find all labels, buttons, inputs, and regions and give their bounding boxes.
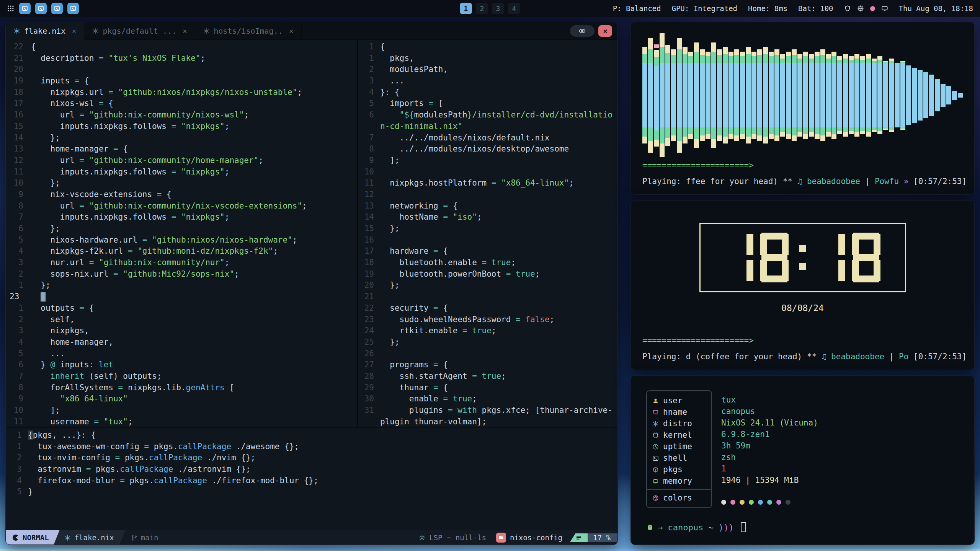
text-segment: astronvim [28,465,86,474]
text-segment: = [79,201,89,210]
fetch-value-shell: zsh [721,452,818,463]
uptime-icon [652,443,659,450]
dock-terminal-icon[interactable] [19,3,31,14]
line-number: 18 [6,87,31,98]
color-dot [749,500,754,505]
tab-flake-nix[interactable]: flake.nix × [6,22,84,40]
apps-grid-icon[interactable] [7,5,15,12]
text-segment: : [89,360,94,369]
text-segment: ; [258,156,263,165]
terminal-cursor[interactable] [741,522,746,532]
text-segment: url [31,201,79,210]
text-segment: inputs.nixpkgs.follows [31,212,172,222]
code-line: 22{ [6,41,357,53]
code-line: 6 "${modulesPath}/installer/cd-dvd/insta… [358,109,617,121]
line-number [358,416,380,427]
tab-close-icon[interactable]: × [72,26,76,36]
code-line: 7 inherit (self) outputs; [6,371,357,382]
dock-terminal-icon[interactable] [67,3,79,14]
tab-pkgs-default[interactable]: pkgs/default ... × [84,22,195,40]
line-number: 10 [6,405,31,416]
color-dot [767,500,772,505]
viz-column [774,49,779,141]
tab-hosts-isoimage[interactable]: hosts/isoImag.. × [195,22,302,40]
text-segment: } [380,88,385,97]
line-number: 23 [358,314,380,326]
text-segment: ; [492,326,497,335]
tab-close-icon[interactable]: × [183,26,187,36]
color-dot [786,500,791,505]
viz-column [889,59,894,132]
text-segment: = [433,360,443,369]
text-segment: { [453,201,458,210]
tray-icons [844,5,888,12]
fetch-value-pkgs: 1 [721,463,818,474]
line-number: 31 [358,405,380,416]
pane-pkgs-default-nix[interactable]: 1{pkgs, ...}: {1 tux-awesome-wm-config =… [6,427,617,530]
window-close-button[interactable]: × [598,25,612,37]
line-number: 5 [6,235,31,246]
tag-1[interactable]: 1 [460,3,472,14]
pane-iso-image-nix[interactable]: 1{1 pkgs,2 modulesPath,3 ...4}: {5 impor… [357,40,617,427]
line-number: 2 [6,269,31,280]
viz-column [929,75,934,116]
globe-icon[interactable] [857,5,864,12]
text-segment: callPackage [120,465,173,474]
code-line: 12 [358,189,617,201]
now-playing-text: Playing: ffee for your head) ** ♫ beabad… [642,177,967,186]
text-segment: { [443,360,448,369]
line-number: 19 [358,269,380,280]
text-segment: programs [380,360,433,369]
record-dot-icon[interactable] [870,6,875,11]
code-line: 2 modulesPath, [358,64,617,75]
fetch-label: shell [663,453,687,463]
dock-terminal-icon[interactable] [51,3,63,14]
pane-flake-nix[interactable]: 22{21 description = "tux's NixOS Flake";… [6,40,357,427]
code-line: 8 ../../modules/nixos/desktop/awesome [358,143,617,155]
code-line: 11 username = "tux"; [6,416,357,427]
viz-column [694,42,699,148]
line-number: 21 [6,53,31,64]
fetch-value-user: tux [721,394,818,406]
line-number: 5 [358,98,380,109]
code-line: 4 home-manager, [6,337,357,348]
music-visualizer-window: ======================> Playing: ffee fo… [630,22,975,195]
code-line: 9 ]; [358,155,617,166]
shield-icon[interactable] [844,5,851,12]
dock-terminal-icon[interactable] [35,3,47,14]
viz-column [734,49,739,141]
line-number: 1 [6,441,28,453]
text-segment: = [448,406,457,415]
text-segment: }; [31,133,60,142]
line-number: 14 [358,212,380,223]
line-number: 12 [6,155,31,166]
display-icon[interactable] [881,5,888,12]
tag-3[interactable]: 3 [492,3,504,14]
text-segment: ; [234,269,239,279]
viz-column [711,42,716,148]
ghost-icon [646,523,654,531]
topbar-right: P: Balanced GPU: Integrated Home: 8ms Ba… [613,4,973,13]
line-number: 12 [358,189,380,201]
tag-2[interactable]: 2 [476,3,488,14]
tag-4[interactable]: 4 [508,3,520,14]
text-segment: outputs [31,303,79,313]
tab-close-icon[interactable]: × [289,26,294,36]
shell-prompt[interactable]: → canopus ~ ))) [646,522,746,532]
toggle-eye-button[interactable] [570,25,595,37]
memory-icon [652,478,659,484]
text-segment: "nixpkgs" [181,167,225,176]
fetch-terminal-window[interactable]: user hname distro kernel uptime shell pk… [630,375,975,545]
clock-text[interactable]: Thu Aug 08, 18:18 [899,4,973,13]
text-segment: ; [550,315,555,324]
code-line: 3 nur.url = "github:nix-community/nur"; [6,257,357,269]
code-line: 22 security = { [358,303,617,314]
viz-column [912,68,917,123]
line-number: 2 [6,314,31,326]
text-segment: Playing: d (coffee for your head) ** [642,352,822,361]
text-segment: hostName [380,212,443,222]
text-segment: home-manager [31,144,113,153]
code-line: 4}: { [358,87,617,98]
topbar-left [7,3,79,14]
code-line: 1{ [358,41,617,53]
